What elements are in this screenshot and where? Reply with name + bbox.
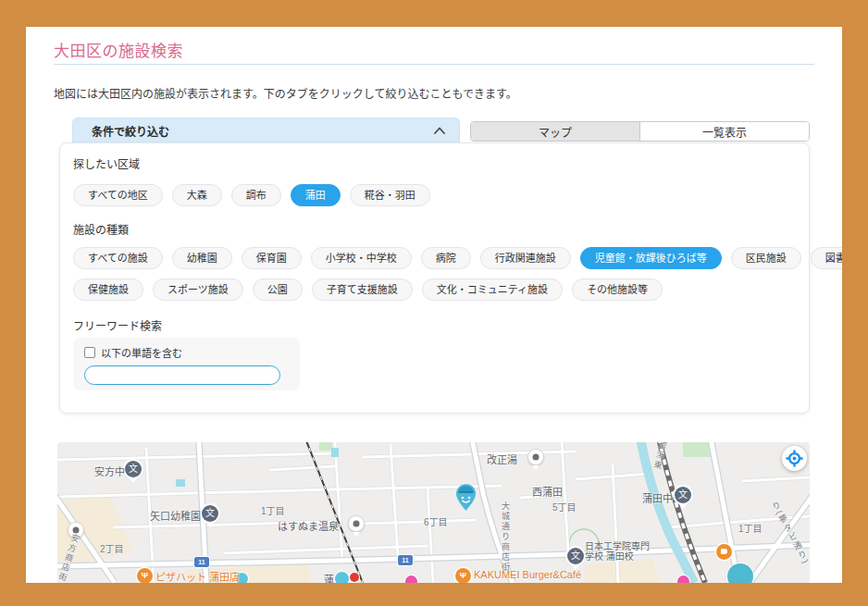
type-chip-health[interactable]: 保健施設 <box>73 278 143 301</box>
school-marker-kamata-junior: 文 <box>675 487 691 503</box>
type-chip-childrens-hall[interactable]: 児童館・放課後ひろば等 <box>580 247 722 269</box>
school-marker-yaguchi: 文 <box>202 505 218 522</box>
filter-panel: 探したい区域 すべての地区 大森 調布 蒲田 糀谷・羽田 施設の種類 すべての施… <box>59 142 810 414</box>
locate-me-button[interactable] <box>782 446 807 471</box>
freeword-section-label: フリーワード検索 <box>73 317 162 333</box>
poi-blob-teal <box>727 563 753 583</box>
map-base-tiles <box>57 442 810 583</box>
freeword-checkbox-label: 以下の単語を含む <box>101 345 182 360</box>
area-section-label: 探したい区域 <box>73 155 140 171</box>
station-badge-icon <box>350 573 359 582</box>
type-chip-library[interactable]: 図書館 <box>811 247 842 269</box>
cafe-icon <box>716 544 732 560</box>
filter-accordion-label: 条件で絞り込む <box>92 123 433 139</box>
type-chip-kindergarten[interactable]: 幼稚園 <box>172 247 232 269</box>
type-chip-school[interactable]: 小学校・中学校 <box>311 247 412 269</box>
area-chip-kamata[interactable]: 蒲田 <box>291 184 341 206</box>
page-description: 地図には大田区内の施設が表示されます。下のタブをクリックして絞り込むこともできま… <box>54 85 517 101</box>
route-shield-11: 11 <box>398 555 413 565</box>
type-chip-other[interactable]: その他施設等 <box>572 278 663 301</box>
poi-dot-cyan <box>236 573 248 583</box>
type-chip-civic[interactable]: 区民施設 <box>731 247 801 269</box>
type-chip-hospital[interactable]: 病院 <box>421 247 471 269</box>
page-title: 大田区の施設検索 <box>54 38 183 61</box>
route-shield-11: 11 <box>194 557 209 567</box>
area-chip-all[interactable]: すべての地区 <box>73 184 163 206</box>
sento-marker <box>68 523 83 538</box>
chevron-up-icon <box>433 126 446 135</box>
type-chip-sports[interactable]: スポーツ施設 <box>153 278 243 301</box>
area-chip-kojiya-haneda[interactable]: 糀谷・羽田 <box>350 184 430 206</box>
restaurant-icon-pizzahut: Ψ <box>137 568 153 583</box>
gps-target-icon <box>786 450 803 467</box>
area-chip-row: すべての地区 大森 調布 蒲田 糀谷・羽田 <box>73 184 430 206</box>
facility-pin-smiley[interactable] <box>455 483 477 512</box>
freeword-box: 以下の単語を含む <box>73 338 300 390</box>
restaurant-icon-kakumei: Ψ <box>455 568 471 583</box>
poi-dot-pink <box>677 575 689 583</box>
filter-accordion-header[interactable]: 条件で絞り込む <box>72 117 460 142</box>
station-marker-hasunuma <box>335 572 349 583</box>
view-mode-tabs: マップ 一覧表示 <box>470 121 810 142</box>
tab-list[interactable]: 一覧表示 <box>639 122 809 141</box>
type-chip-all[interactable]: すべての施設 <box>73 247 163 269</box>
sento-marker-hasunuma-onsen <box>349 516 364 531</box>
area-chip-omori[interactable]: 大森 <box>172 184 222 206</box>
sento-marker-kaiseiyu <box>528 450 543 464</box>
freeword-input[interactable] <box>84 365 280 385</box>
type-chip-government[interactable]: 行政関連施設 <box>480 247 571 269</box>
content-panel: 大田区の施設検索 地図には大田区内の施設が表示されます。下のタブをクリックして絞… <box>26 27 842 583</box>
map-canvas[interactable]: 11 11 文 文 文 文 Ψ Ψ <box>57 442 810 583</box>
poi-dot-pink <box>405 575 417 583</box>
type-chip-row-2: 保健施設 スポーツ施設 公園 子育て支援施設 文化・コミュニティ施設 その他施設… <box>73 278 663 301</box>
tab-map[interactable]: マップ <box>471 122 639 141</box>
type-chip-row-1: すべての施設 幼稚園 保育園 小学校・中学校 病院 行政関連施設 児童館・放課後… <box>73 247 842 269</box>
area-chip-chofu[interactable]: 調布 <box>231 184 281 206</box>
freeword-checkbox[interactable] <box>84 347 95 358</box>
type-chip-park[interactable]: 公園 <box>253 278 303 301</box>
school-marker-yasukata: 文 <box>125 461 142 477</box>
type-chip-culture-community[interactable]: 文化・コミュニティ施設 <box>422 278 563 301</box>
type-chip-childcare-support[interactable]: 子育て支援施設 <box>312 278 413 301</box>
school-marker-kogakuin: 文 <box>567 548 584 564</box>
type-section-label: 施設の種類 <box>73 221 129 237</box>
type-chip-nursery[interactable]: 保育園 <box>242 247 302 269</box>
title-divider <box>54 64 814 65</box>
